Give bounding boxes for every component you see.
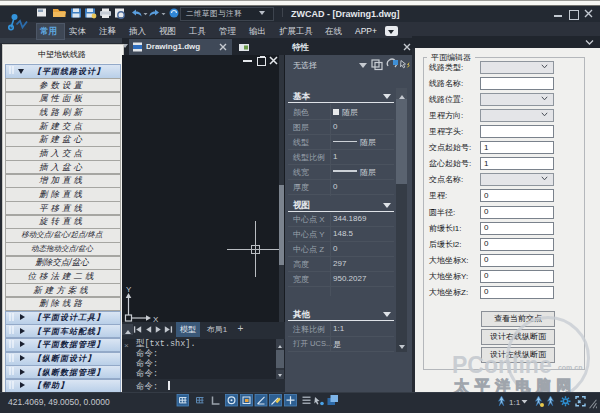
svg-text:Y: Y [126,285,132,294]
svg-text:1:1: 1:1 [509,398,521,407]
